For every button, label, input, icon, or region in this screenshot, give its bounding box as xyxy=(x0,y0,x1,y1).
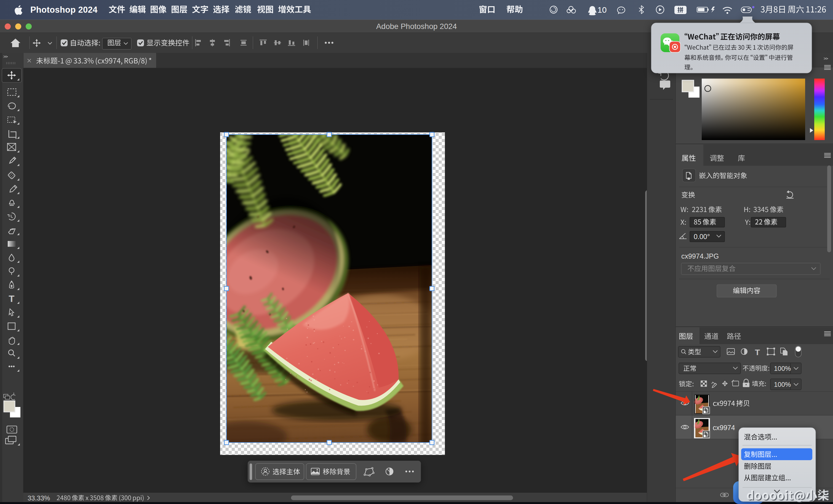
svg-text:Adobe Photoshop 2024: Adobe Photoshop 2024 xyxy=(376,22,457,31)
svg-text:T: T xyxy=(755,348,760,357)
svg-text:cx9974.JPG: cx9974.JPG xyxy=(681,252,719,260)
svg-text:0.00°: 0.00° xyxy=(694,233,710,240)
svg-text:T: T xyxy=(9,293,15,304)
svg-text:cx9974: cx9974 xyxy=(713,424,735,431)
svg-text:100%: 100% xyxy=(774,381,791,388)
svg-text:10: 10 xyxy=(597,5,606,14)
svg-text:100%: 100% xyxy=(774,365,791,372)
svg-text:33.33%: 33.33% xyxy=(28,494,50,502)
svg-text:Photoshop 2024: Photoshop 2024 xyxy=(30,5,98,15)
